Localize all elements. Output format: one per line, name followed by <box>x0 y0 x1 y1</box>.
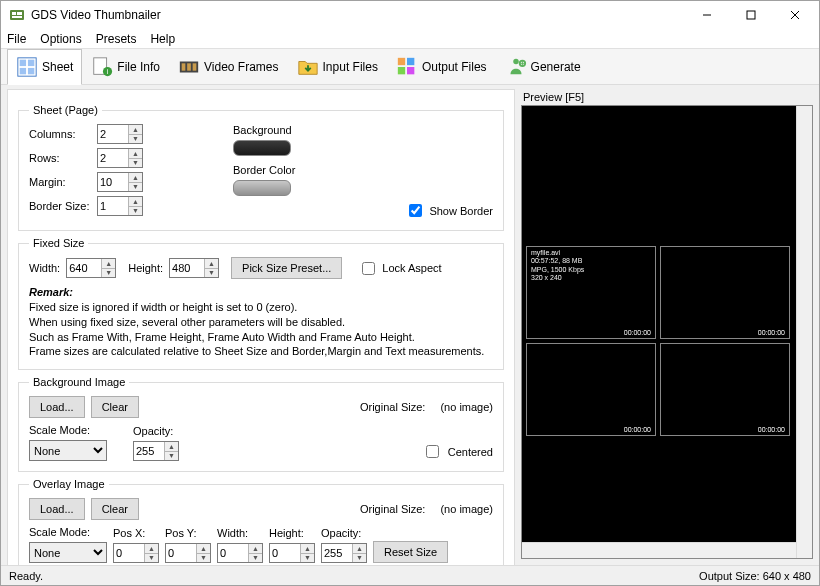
show-border-checkbox[interactable]: Show Border <box>405 201 493 220</box>
svg-rect-3 <box>12 16 22 18</box>
svg-rect-17 <box>182 63 186 70</box>
svg-rect-2 <box>17 12 22 15</box>
minimize-button[interactable] <box>685 1 729 29</box>
svg-rect-21 <box>407 57 414 64</box>
tab-output-files[interactable]: Output Files <box>387 49 496 84</box>
preview-thumb: 00:00:00 <box>660 343 790 436</box>
tab-generate[interactable]: Generate <box>496 49 590 84</box>
group-fixed-size: Fixed Size Width: ▲▼ Height: ▲▼ Pick Siz… <box>18 237 504 370</box>
ov-original-size: (no image) <box>440 503 493 515</box>
tab-input-files[interactable]: Input Files <box>288 49 387 84</box>
ov-clear-button[interactable]: Clear <box>91 498 139 520</box>
lock-aspect-checkbox[interactable]: Lock Aspect <box>358 259 441 278</box>
menu-presets[interactable]: Presets <box>96 32 137 46</box>
status-output-size: Output Size: 640 x 480 <box>699 570 811 582</box>
preview-pane: myfile.avi 00:57:52, 88 MB MPG, 1500 Kbp… <box>521 105 813 559</box>
svg-rect-11 <box>20 68 26 74</box>
bg-scale-mode-select[interactable]: None <box>29 440 107 461</box>
svg-rect-22 <box>398 67 405 74</box>
fixed-height-spinner[interactable]: ▲▼ <box>169 258 219 278</box>
background-label: Background <box>233 124 292 136</box>
group-overlay-image: Overlay Image Load... Clear Original Siz… <box>18 478 504 565</box>
group-background-image: Background Image Load... Clear Original … <box>18 376 504 472</box>
ov-opacity-spinner[interactable]: ▲▼ <box>321 543 367 563</box>
fixed-height-label: Height: <box>128 262 163 274</box>
tab-sheet[interactable]: Sheet <box>7 49 82 85</box>
margin-label: Margin: <box>29 176 91 188</box>
preview-scroll-horizontal[interactable] <box>522 542 796 558</box>
ov-posy-spinner[interactable]: ▲▼ <box>165 543 211 563</box>
border-spinner[interactable]: ▲▼ <box>97 196 143 216</box>
svg-rect-9 <box>20 60 26 66</box>
svg-rect-23 <box>407 67 414 74</box>
columns-spinner[interactable]: ▲▼ <box>97 124 143 144</box>
pick-size-preset-button[interactable]: Pick Size Preset... <box>231 257 342 279</box>
border-color-swatch[interactable] <box>233 180 291 196</box>
group-sheet-page: Sheet (Page) Columns: ▲▼ Rows: ▲▼ Margin… <box>18 104 504 231</box>
margin-spinner[interactable]: ▲▼ <box>97 172 143 192</box>
svg-rect-20 <box>398 57 405 64</box>
remark-title: Remark: <box>29 285 493 300</box>
ov-load-button[interactable]: Load... <box>29 498 85 520</box>
svg-rect-18 <box>187 63 191 70</box>
window-title: GDS Video Thumbnailer <box>31 8 685 22</box>
fixed-width-spinner[interactable]: ▲▼ <box>66 258 116 278</box>
preview-title: Preview [F5] <box>521 89 813 105</box>
bg-centered-checkbox[interactable]: Centered <box>422 442 493 461</box>
preview-scroll-vertical[interactable] <box>796 106 812 558</box>
svg-rect-10 <box>28 60 34 66</box>
svg-rect-12 <box>28 68 34 74</box>
ov-width-spinner[interactable]: ▲▼ <box>217 543 263 563</box>
ov-scale-mode-select[interactable]: None <box>29 542 107 563</box>
columns-label: Columns: <box>29 128 91 140</box>
menu-help[interactable]: Help <box>150 32 175 46</box>
menu-options[interactable]: Options <box>40 32 81 46</box>
tab-video-frames[interactable]: Video Frames <box>169 49 287 84</box>
svg-point-24 <box>513 58 519 64</box>
bg-opacity-spinner[interactable]: ▲▼ <box>133 441 179 461</box>
fixed-width-label: Width: <box>29 262 60 274</box>
svg-rect-1 <box>12 12 16 15</box>
bg-load-button[interactable]: Load... <box>29 396 85 418</box>
border-size-label: Border Size: <box>29 200 91 212</box>
svg-rect-19 <box>193 63 197 70</box>
ov-posx-spinner[interactable]: ▲▼ <box>113 543 159 563</box>
status-ready: Ready. <box>9 570 43 582</box>
preview-thumb: myfile.avi 00:57:52, 88 MB MPG, 1500 Kbp… <box>526 246 656 339</box>
maximize-button[interactable] <box>729 1 773 29</box>
menu-file[interactable]: File <box>7 32 26 46</box>
border-color-label: Border Color <box>233 164 295 176</box>
tab-file-info[interactable]: i File Info <box>82 49 169 84</box>
bg-clear-button[interactable]: Clear <box>91 396 139 418</box>
close-button[interactable] <box>773 1 817 29</box>
bg-original-size: (no image) <box>440 401 493 413</box>
app-icon <box>9 7 25 23</box>
background-color-swatch[interactable] <box>233 140 291 156</box>
ov-height-spinner[interactable]: ▲▼ <box>269 543 315 563</box>
preview-thumb: 00:00:00 <box>526 343 656 436</box>
svg-rect-5 <box>747 11 755 19</box>
rows-label: Rows: <box>29 152 91 164</box>
rows-spinner[interactable]: ▲▼ <box>97 148 143 168</box>
ov-reset-size-button[interactable]: Reset Size <box>373 541 448 563</box>
preview-thumb: 00:00:00 <box>660 246 790 339</box>
